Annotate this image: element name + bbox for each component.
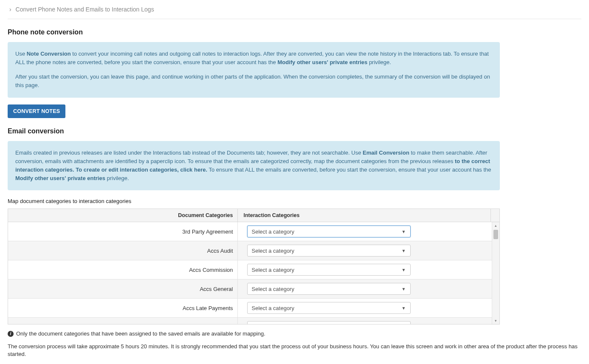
select-placeholder: Select a category <box>252 267 294 273</box>
select-placeholder: Select a category <box>252 286 294 292</box>
table-row: Accs GeneralSelect a category▼ <box>8 279 499 299</box>
breadcrumb-title: Convert Phone Notes and Emails to Intera… <box>16 6 154 13</box>
interaction-category-select[interactable]: Select a category▼ <box>247 245 411 257</box>
mapping-note: iOnly the document categories that have … <box>8 330 589 337</box>
table-row: Accs Late PaymentsSelect a category▼ <box>8 299 499 318</box>
document-category-label: Accs Audit <box>8 241 237 260</box>
phone-info-box: Use Note Conversion to convert your inco… <box>8 42 500 98</box>
interaction-category-cell: Select a category▼ <box>237 222 499 241</box>
select-placeholder: Select a category <box>252 248 294 254</box>
email-section-title: Email conversion <box>8 127 589 135</box>
process-duration-note: The conversion process will take approxi… <box>8 343 589 358</box>
interaction-category-cell: Select a category▼ <box>237 318 499 324</box>
table-row: Accs LL QueriesSelect a category▼ <box>8 318 499 324</box>
edit-categories-link[interactable]: To create or edit interaction categories… <box>74 166 207 173</box>
col-header-interaction: Interaction Categories <box>237 209 491 222</box>
table-row: Accs CommissionSelect a category▼ <box>8 260 499 279</box>
interaction-category-select[interactable]: Select a category▼ <box>247 264 411 276</box>
table-scrollbar[interactable]: ▴ ▾ <box>492 222 499 324</box>
breadcrumb: › Convert Phone Notes and Emails to Inte… <box>8 0 581 19</box>
interaction-category-cell: Select a category▼ <box>237 260 499 279</box>
select-placeholder: Select a category <box>252 229 294 235</box>
chevron-down-icon: ▼ <box>402 248 406 253</box>
chevron-down-icon: ▼ <box>402 229 406 234</box>
interaction-category-cell: Select a category▼ <box>237 299 499 318</box>
chevron-down-icon: ▼ <box>402 306 406 310</box>
col-header-scroll-gutter <box>491 209 500 222</box>
interaction-category-cell: Select a category▼ <box>237 241 499 260</box>
table-row: 3rd Party AgreementSelect a category▼ <box>8 222 499 241</box>
chevron-down-icon: ▼ <box>402 287 406 291</box>
document-category-label: Accs General <box>8 279 237 299</box>
scroll-up-icon[interactable]: ▴ <box>492 223 499 229</box>
document-category-label: Accs Late Payments <box>8 299 237 318</box>
email-info-box: Emails created in previous releases are … <box>8 141 500 191</box>
email-info-p: Emails created in previous releases are … <box>15 149 492 183</box>
interaction-category-select[interactable]: Select a category▼ <box>247 226 411 237</box>
document-category-label: 3rd Party Agreement <box>8 222 237 241</box>
interaction-category-cell: Select a category▼ <box>237 279 499 299</box>
interaction-category-select[interactable]: Select a category▼ <box>247 283 411 295</box>
select-placeholder: Select a category <box>252 324 294 324</box>
phone-info-p2: After you start the conversion, you can … <box>15 73 492 90</box>
chevron-right-icon: › <box>9 6 11 13</box>
document-category-label: Accs Commission <box>8 260 237 279</box>
phone-info-p1: Use Note Conversion to convert your inco… <box>15 50 492 67</box>
map-subtitle: Map document categories to interaction c… <box>8 198 589 204</box>
category-map-table: Document Categories Interaction Categori… <box>8 209 500 324</box>
chevron-down-icon: ▼ <box>402 268 406 272</box>
phone-section-title: Phone note conversion <box>8 28 589 36</box>
scroll-down-icon[interactable]: ▾ <box>492 318 499 324</box>
document-category-label: Accs LL Queries <box>8 318 237 324</box>
interaction-category-select[interactable]: Select a category▼ <box>247 302 411 314</box>
col-header-document: Document Categories <box>8 209 237 222</box>
convert-notes-button[interactable]: CONVERT NOTES <box>8 104 65 118</box>
select-placeholder: Select a category <box>252 305 294 311</box>
scroll-thumb[interactable] <box>493 230 498 239</box>
table-row: Accs AuditSelect a category▼ <box>8 241 499 260</box>
info-icon: i <box>8 331 14 337</box>
interaction-category-select[interactable]: Select a category▼ <box>247 321 411 324</box>
